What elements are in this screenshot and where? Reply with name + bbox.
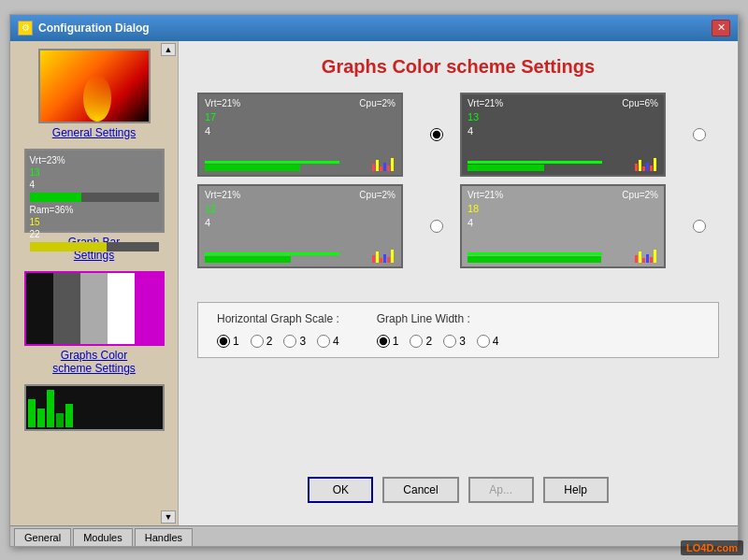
h-scale-radio-1[interactable]: [217, 335, 230, 348]
lw-radio-1[interactable]: [377, 335, 390, 348]
scheme-1-preview: Vrt=21% Cpu=2% 17 4: [197, 93, 403, 177]
lw-option-1[interactable]: 1: [377, 335, 399, 348]
scheme-2-preview: Vrt=21% Cpu=6% 13 4: [460, 93, 666, 177]
color-preview: [24, 271, 165, 346]
main-window: ⚙ Configuration Dialog ✕ ▲ General Setti…: [9, 14, 739, 547]
ok-button[interactable]: OK: [308, 477, 373, 503]
h-scale-option-3[interactable]: 3: [283, 335, 306, 348]
radio-scheme-3[interactable]: [430, 220, 443, 233]
general-settings-link[interactable]: General Settings: [52, 126, 136, 139]
horizontal-scale-options: 1 2 3 4: [217, 335, 339, 348]
main-content: Graphs Color scheme Settings Vrt=21% Cpu…: [179, 41, 738, 525]
settings-row: Horizontal Graph Scale : 1 2 3: [197, 302, 719, 358]
flame-image: [40, 50, 149, 122]
tab-handles[interactable]: Handles: [135, 528, 193, 546]
lw-option-3[interactable]: 3: [443, 335, 466, 348]
sidebar-item-bar[interactable]: Vrt=23% 13 4 Ram=36% 15 22 Graph Bar Set…: [22, 149, 166, 262]
tab-general[interactable]: General: [14, 528, 71, 546]
lw-radio-2[interactable]: [410, 335, 423, 348]
lw-option-2[interactable]: 2: [410, 335, 432, 348]
color-scheme-link[interactable]: Graphs Color scheme Settings: [52, 349, 136, 375]
horizontal-scale-group: Horizontal Graph Scale : 1 2 3: [217, 312, 339, 348]
lw-label-3: 3: [459, 335, 466, 348]
window-icon: ⚙: [18, 21, 33, 36]
lw-label-2: 2: [425, 335, 432, 348]
page-title: Graphs Color scheme Settings: [197, 56, 719, 78]
tab-modules[interactable]: Modules: [73, 528, 133, 546]
h-scale-label-3: 3: [299, 335, 306, 348]
radio-scheme-4-col: [681, 220, 720, 233]
horizontal-scale-label: Horizontal Graph Scale :: [217, 312, 339, 325]
apply-button[interactable]: Ap...: [468, 477, 534, 503]
title-bar-left: ⚙ Configuration Dialog: [18, 21, 150, 36]
lo4d-watermark: LO4D.com: [681, 540, 743, 555]
sidebar: ▲ General Settings Vrt=23% 13 4 Ram=36%: [10, 41, 179, 525]
h-scale-label-1: 1: [233, 335, 239, 348]
window-body: ▲ General Settings Vrt=23% 13 4 Ram=36%: [10, 41, 738, 525]
radio-scheme-1-col: [418, 128, 457, 141]
dark-preview: [24, 384, 165, 431]
schemes-grid: Vrt=21% Cpu=2% 17 4: [197, 93, 719, 268]
general-preview: [38, 49, 151, 123]
line-width-group: Graph Line Width : 1 2 3: [377, 312, 499, 348]
title-bar: ⚙ Configuration Dialog ✕: [10, 15, 738, 41]
radio-scheme-2[interactable]: [693, 128, 706, 141]
line-width-options: 1 2 3 4: [377, 335, 499, 348]
button-row: OK Cancel Ap... Help: [197, 466, 719, 510]
bar-preview: Vrt=23% 13 4 Ram=36% 15 22: [24, 149, 165, 233]
h-scale-option-1[interactable]: 1: [217, 335, 239, 348]
footer-tabs: General Modules Handles: [10, 525, 738, 546]
window-title: Configuration Dialog: [38, 22, 150, 35]
sidebar-item-dark[interactable]: [22, 384, 166, 434]
h-scale-option-2[interactable]: 2: [251, 335, 273, 348]
lw-option-4[interactable]: 4: [477, 335, 499, 348]
scheme-3-preview: Vrt=21% Cpu=2% 12 4: [197, 184, 403, 268]
scheme-4-preview: Vrt=21% Cpu=2% 18 4: [460, 184, 666, 268]
line-width-label: Graph Line Width :: [377, 312, 499, 325]
scroll-down-button[interactable]: ▼: [161, 510, 176, 524]
h-scale-radio-4[interactable]: [317, 335, 330, 348]
cancel-button[interactable]: Cancel: [382, 477, 458, 503]
h-scale-label-4: 4: [333, 335, 339, 348]
h-scale-label-2: 2: [266, 335, 273, 348]
help-button[interactable]: Help: [543, 477, 609, 503]
sidebar-item-color[interactable]: Graphs Color scheme Settings: [22, 271, 166, 375]
lw-radio-4[interactable]: [477, 335, 490, 348]
radio-scheme-1[interactable]: [430, 128, 443, 141]
radio-scheme-2-col: [681, 128, 720, 141]
lw-label-1: 1: [393, 335, 399, 348]
h-scale-radio-3[interactable]: [283, 335, 296, 348]
radio-scheme-4[interactable]: [693, 220, 706, 233]
scroll-up-button[interactable]: ▲: [161, 43, 176, 56]
lw-radio-3[interactable]: [443, 335, 456, 348]
sidebar-item-general[interactable]: General Settings: [22, 49, 166, 139]
h-scale-radio-2[interactable]: [251, 335, 264, 348]
close-button[interactable]: ✕: [712, 20, 730, 36]
h-scale-option-4[interactable]: 4: [317, 335, 339, 348]
lw-label-4: 4: [493, 335, 499, 348]
radio-scheme-3-col: [418, 220, 457, 233]
